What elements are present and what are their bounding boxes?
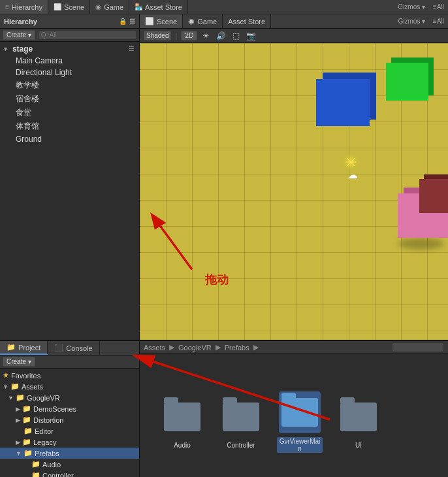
hierarchy-item-jiaoxuelou[interactable]: 教学楼 [10, 78, 139, 92]
main-camera-label: Main Camera [16, 56, 63, 65]
hierarchy-item-stage[interactable]: ▼ stage ☰ [0, 43, 139, 55]
bottom-panels: 📁 Project ⬛ Console Create ▾ ★ Favorites… [0, 340, 448, 477]
tab-game-view[interactable]: ◉ Game [183, 14, 223, 28]
hierarchy-create-button[interactable]: Create ▾ [3, 30, 35, 40]
asset-item-ui[interactable]: UI [336, 396, 381, 449]
all-btn[interactable]: ≡All [429, 3, 448, 10]
assets-search-input[interactable] [392, 342, 444, 352]
breadcrumb-arrow-2: ▶ [216, 343, 221, 352]
scene-tabs: ⬜ Scene ◉ Game Asset Store Gizmos ▾ ≡All [140, 14, 448, 29]
lock-icon[interactable]: 🔒 [119, 18, 127, 25]
assets-content: Audio Controller GvrViewerMain [140, 354, 448, 477]
2d-button[interactable]: 2D [181, 31, 197, 41]
googlevr-label: GoogleVR [27, 394, 60, 402]
console-tab-icon: ⬛ [54, 344, 63, 352]
audio-folder-icon-large [164, 403, 200, 431]
legacy-folder-icon: 📁 [22, 438, 31, 446]
breadcrumb-prefabs[interactable]: Prefabs [225, 344, 249, 352]
tab-project[interactable]: 📁 Project [0, 341, 48, 355]
project-tab-icon: 📁 [7, 343, 16, 352]
hierarchy-item-main-camera[interactable]: Main Camera [10, 55, 139, 67]
assets-folder-icon: 📁 [10, 382, 20, 391]
distortion-expand-arrow: ▶ [16, 417, 20, 423]
camera-icon[interactable]: 📷 [245, 31, 257, 41]
gvr-folder-icon-large [281, 398, 318, 427]
hierarchy-search-input[interactable] [38, 30, 136, 40]
tab-game[interactable]: ◉ Game [90, 0, 129, 14]
ui-asset-label: UI [355, 442, 362, 449]
assets-toolbar: Assets ▶ GoogleVR ▶ Prefabs ▶ [140, 341, 448, 354]
store-icon: 🏪 [135, 3, 142, 10]
hierarchy-item-sushelou[interactable]: 宿舍楼 [10, 92, 139, 106]
tiyuguan-label: 体育馆 [16, 121, 39, 132]
game-icon: ◉ [95, 3, 101, 10]
asset-item-controller[interactable]: Controller [218, 396, 264, 449]
audio-icon[interactable]: 🔊 [215, 31, 227, 41]
editor-folder-icon: 📁 [24, 427, 33, 435]
scene-view-icon: ⬜ [145, 17, 154, 25]
lighting-icon[interactable]: ☀ [201, 31, 211, 41]
gizmos-right-btn[interactable]: Gizmos ▾ [394, 18, 429, 25]
menu-icon[interactable]: ☰ [129, 18, 135, 25]
scene-area: ⬜ Scene ◉ Game Asset Store Gizmos ▾ ≡All… [140, 14, 448, 340]
controller-asset-icon-wrap [220, 396, 262, 438]
tab-scene[interactable]: ⬜ Scene [48, 0, 90, 14]
ui-folder-icon-large [340, 403, 377, 431]
tab-console[interactable]: ⬛ Console [48, 341, 99, 355]
audio-label: Audio [42, 461, 61, 469]
tree-item-audio[interactable]: 📁 Audio [0, 459, 139, 470]
scene-viewport[interactable]: ✳ ☁ 拖动 [140, 43, 448, 340]
tree-item-prefabs[interactable]: ▼ 📁 Prefabs [0, 448, 139, 459]
googlevr-expand-arrow: ▼ [8, 395, 14, 401]
project-panel: 📁 Project ⬛ Console Create ▾ ★ Favorites… [0, 341, 140, 477]
breadcrumb-googlevr[interactable]: GoogleVR [178, 344, 212, 352]
demoscenes-folder-icon: 📁 [22, 404, 31, 413]
legacy-label: Legacy [33, 438, 56, 446]
tab-asset-store-label: Asset Store [145, 3, 182, 11]
favorites-label: Favorites [11, 372, 40, 380]
asset-item-audio[interactable]: Audio [159, 396, 205, 449]
project-tree: ★ Favorites ▼ 📁 Assets ▼ 📁 GoogleVR ▶ 📁 … [0, 369, 139, 477]
tab-asset-store-view[interactable]: Asset Store [223, 14, 271, 28]
breadcrumb-assets[interactable]: Assets [144, 344, 165, 352]
project-tabs: 📁 Project ⬛ Console [0, 341, 139, 355]
hierarchy-item-directional-light[interactable]: Directional Light [10, 67, 139, 78]
tree-item-distortion[interactable]: ▶ 📁 Distortion [0, 414, 139, 425]
prefabs-expand-arrow: ▼ [16, 450, 22, 457]
audio-asset-icon-wrap [161, 396, 203, 438]
tab-asset-store[interactable]: 🏪 Asset Store [129, 0, 188, 14]
tree-item-legacy[interactable]: ▶ 📁 Legacy [0, 436, 139, 448]
hierarchy-item-ground[interactable]: Ground [10, 133, 139, 145]
gizmos-btn[interactable]: Gizmos ▾ [394, 3, 429, 10]
controller-asset-label: Controller [227, 442, 255, 449]
tree-item-favorites[interactable]: ★ Favorites [0, 370, 139, 381]
googlevr-folder-icon: 📁 [16, 393, 25, 402]
project-tab-label: Project [18, 344, 40, 352]
tree-item-assets[interactable]: ▼ 📁 Assets [0, 381, 139, 392]
asset-item-gvr-viewer-main[interactable]: GvrViewerMain [277, 391, 323, 453]
all-right-btn[interactable]: ≡All [429, 18, 448, 25]
stage-options-icon[interactable]: ☰ [129, 46, 134, 52]
hierarchy-icon: ≡ [5, 3, 9, 10]
tab-hierarchy[interactable]: ≡ Hierarchy [0, 0, 48, 14]
project-toolbar: Create ▾ [0, 355, 139, 369]
gvr-asset-icon-wrap [279, 391, 321, 433]
effects-icon[interactable]: ⬚ [231, 31, 241, 41]
shaded-dropdown[interactable]: Shaded [144, 31, 171, 41]
tree-item-googlevr[interactable]: ▼ 📁 GoogleVR [0, 392, 139, 403]
tree-item-editor[interactable]: 📁 Editor [0, 425, 139, 436]
hierarchy-item-shitang[interactable]: 食堂 [10, 106, 139, 120]
project-create-button[interactable]: Create ▾ [3, 357, 35, 367]
shitang-label: 食堂 [16, 107, 31, 118]
audio-folder-icon: 📁 [31, 460, 40, 469]
cloud-icon: ☁ [347, 169, 358, 181]
game-view-label: Game [197, 18, 217, 25]
directional-light-label: Directional Light [16, 68, 72, 77]
tree-item-demoscenes[interactable]: ▶ 📁 DemoScenes [0, 403, 139, 414]
hierarchy-panel: Hierarchy 🔒 ☰ Create ▾ ▼ stage ☰ Main Ca… [0, 14, 140, 340]
tree-item-controller[interactable]: 📁 Controller [0, 470, 139, 477]
tab-scene-view[interactable]: ⬜ Scene [140, 14, 183, 28]
tab-scene-label: Scene [64, 3, 84, 11]
hierarchy-item-tiyuguan[interactable]: 体育馆 [10, 120, 139, 133]
controller-folder-icon: 📁 [31, 471, 40, 477]
